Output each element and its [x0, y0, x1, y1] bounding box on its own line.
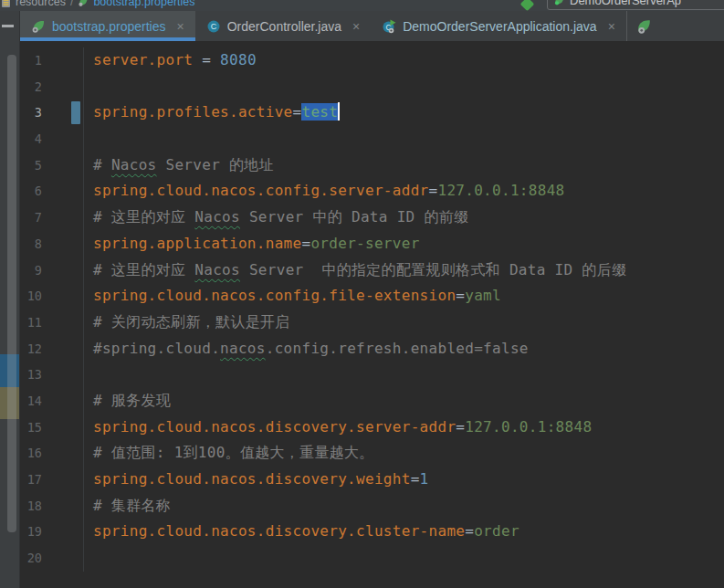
ide-window: resources / bootstrap.properties DemoOrd… [0, 0, 724, 588]
gutter [42, 519, 84, 545]
code-line[interactable]: 3spring.profiles.active=test [20, 100, 724, 126]
project-panel-edge [0, 11, 20, 588]
token-op: = [465, 522, 474, 540]
token-com: # 集群名称 [93, 497, 171, 514]
code-line[interactable]: 2 [20, 74, 724, 100]
panel-dash [2, 25, 14, 27]
token-str: 127.0.0.1:8848 [465, 418, 592, 436]
token-key: spring.cloud.nacos.discovery.cluster-nam… [93, 522, 465, 540]
code-text: # 服务发现 [84, 388, 171, 415]
code-area[interactable]: 1server.port = 808023spring.profiles.act… [20, 42, 724, 588]
code-text [84, 126, 93, 152]
token-com: Server 的地址 [157, 156, 274, 173]
code-line[interactable]: 1server.port = 8080 [20, 47, 724, 74]
tab-bootstrap-properties[interactable]: bootstrap.properties × [20, 11, 195, 41]
code-line[interactable]: 18# 集群名称 [20, 493, 724, 520]
gutter [42, 310, 84, 336]
code-line[interactable]: 15spring.cloud.nacos.discovery.server-ad… [20, 415, 724, 441]
tab-close-icon[interactable]: × [608, 20, 615, 33]
code-line[interactable]: 17spring.cloud.nacos.discovery.weight=1 [20, 467, 724, 493]
tab-close-icon[interactable]: × [352, 20, 360, 33]
token-key: server.port [93, 51, 193, 68]
tab-close-icon[interactable]: × [177, 20, 184, 33]
token-com: # 服务发现 [93, 392, 171, 409]
gutter [42, 336, 84, 362]
line-number: 3 [20, 100, 42, 126]
token-op: = [456, 287, 465, 304]
breadcrumb-item-file[interactable]: bootstrap.properties [93, 0, 194, 8]
tab-label: OrderController.java [227, 19, 341, 34]
code-line[interactable]: 9# 这里的对应 Nacos Server 中的指定的配置规则格式和 Data … [20, 257, 724, 284]
code-text [84, 545, 93, 572]
code-text: spring.cloud.nacos.discovery.cluster-nam… [84, 519, 519, 545]
breadcrumb: resources / bootstrap.properties [0, 0, 195, 11]
token-com: Server 中的指定的配置规则格式和 Data ID 的后缀 [240, 261, 626, 278]
gutter [42, 440, 84, 467]
code-text: # 值范围: 1到100。值越大，重量越大。 [84, 440, 374, 467]
token-str: order [474, 522, 519, 540]
token-str: yaml [465, 287, 501, 304]
token-op: = [429, 182, 438, 199]
code-line[interactable]: 16# 值范围: 1到100。值越大，重量越大。 [20, 440, 724, 467]
code-text: #spring.cloud.nacos.config.refresh.enabl… [84, 336, 529, 362]
code-text: spring.cloud.nacos.discovery.weight=1 [84, 467, 429, 493]
code-text: spring.cloud.nacos.config.server-addr=12… [84, 178, 565, 205]
selected-text: test [301, 103, 338, 121]
code-line[interactable]: 8spring.application.name=order-server [20, 231, 724, 257]
spring-config-file-icon [31, 19, 46, 34]
green-arrow-icon[interactable] [520, 0, 535, 11]
line-number: 14 [20, 388, 42, 415]
vcs-change-marker [71, 101, 80, 124]
gutter [42, 493, 84, 520]
token-com: # 这里的对应 [93, 208, 194, 226]
tab-ordercontroller-java[interactable]: C OrderController.java × [195, 11, 371, 41]
line-number: 10 [20, 283, 42, 310]
token-str: 127.0.0.1:8848 [437, 182, 564, 199]
code-line[interactable]: 6spring.cloud.nacos.config.server-addr=1… [20, 178, 724, 205]
line-number: 4 [20, 126, 42, 152]
line-number: 13 [20, 362, 42, 388]
spring-boot-run-class-icon: C [382, 19, 396, 34]
token-key: spring.cloud.nacos.config.server-addr [93, 182, 429, 199]
code-line[interactable]: 10spring.cloud.nacos.config.file-extensi… [20, 283, 724, 310]
java-class-icon: C [206, 19, 221, 34]
run-configuration-select[interactable]: DemoOrderServerAp [547, 0, 724, 10]
token-op: = [293, 103, 302, 121]
code-line[interactable]: 14# 服务发现 [20, 388, 724, 415]
token-key: spring.cloud.nacos.discovery.server-addr [93, 418, 456, 436]
token-com: Server 中的 Data ID 的前缀 [240, 208, 468, 226]
gutter [42, 205, 84, 231]
line-number: 7 [20, 205, 42, 231]
code-line[interactable]: 20 [20, 545, 724, 572]
code-text: spring.profiles.active=test [84, 100, 340, 126]
gutter [42, 362, 84, 388]
token-com-typo: nacos [220, 340, 266, 357]
code-text [84, 74, 93, 100]
breadcrumb-item-resources[interactable]: resources [16, 0, 66, 8]
code-line[interactable]: 11# 关闭动态刷新，默认是开启 [20, 310, 724, 336]
code-line[interactable]: 5# Nacos Server 的地址 [20, 152, 724, 179]
line-number: 19 [20, 519, 42, 545]
code-line[interactable]: 19spring.cloud.nacos.discovery.cluster-n… [20, 519, 724, 545]
breadcrumb-separator: / [70, 0, 73, 8]
token-com: #spring.cloud. [93, 340, 220, 357]
token-key: spring.cloud.nacos.config.file-extension [93, 287, 456, 304]
tab-demoorderserverapplication-java[interactable]: C DemoOrderServerApplication.java × [371, 11, 626, 41]
code-line[interactable]: 12#spring.cloud.nacos.config.refresh.ena… [20, 336, 724, 362]
code-text: spring.cloud.nacos.discovery.server-addr… [84, 415, 592, 441]
token-op: = [193, 51, 220, 68]
code-line[interactable]: 13 [20, 362, 724, 388]
gutter [42, 178, 84, 205]
token-com-typo: Nacos [194, 208, 240, 226]
gutter [42, 152, 84, 179]
code-line[interactable]: 4 [20, 126, 724, 152]
gutter [42, 231, 84, 257]
gutter [42, 545, 84, 572]
code-text: # 这里的对应 Nacos Server 中的指定的配置规则格式和 Data I… [84, 257, 626, 284]
tab-label: DemoOrderServerApplication.java [403, 19, 596, 34]
project-panel-scrollbar[interactable] [7, 55, 16, 532]
line-number: 15 [20, 415, 42, 441]
tab-partial[interactable] [626, 11, 660, 41]
code-line[interactable]: 7# 这里的对应 Nacos Server 中的 Data ID 的前缀 [20, 205, 724, 231]
spring-boot-icon [553, 0, 565, 6]
